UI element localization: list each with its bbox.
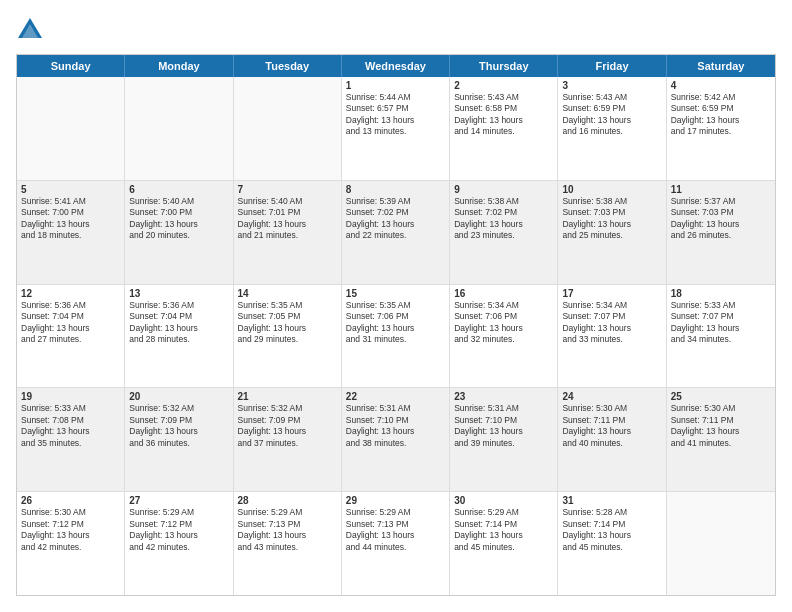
logo-icon (16, 16, 44, 44)
calendar-row-1: 5Sunrise: 5:41 AMSunset: 7:00 PMDaylight… (17, 181, 775, 285)
weekday-header-monday: Monday (125, 55, 233, 77)
day-number: 19 (21, 391, 120, 402)
calendar-cell-empty-4-6 (667, 492, 775, 595)
cell-info: Sunrise: 5:38 AMSunset: 7:02 PMDaylight:… (454, 196, 553, 242)
calendar-cell-day-19: 19Sunrise: 5:33 AMSunset: 7:08 PMDayligh… (17, 388, 125, 491)
cell-info: Sunrise: 5:42 AMSunset: 6:59 PMDaylight:… (671, 92, 771, 138)
weekday-header-tuesday: Tuesday (234, 55, 342, 77)
day-number: 7 (238, 184, 337, 195)
calendar-cell-day-8: 8Sunrise: 5:39 AMSunset: 7:02 PMDaylight… (342, 181, 450, 284)
calendar-cell-day-10: 10Sunrise: 5:38 AMSunset: 7:03 PMDayligh… (558, 181, 666, 284)
calendar-cell-day-3: 3Sunrise: 5:43 AMSunset: 6:59 PMDaylight… (558, 77, 666, 180)
cell-info: Sunrise: 5:30 AMSunset: 7:11 PMDaylight:… (671, 403, 771, 449)
cell-info: Sunrise: 5:29 AMSunset: 7:13 PMDaylight:… (238, 507, 337, 553)
calendar-header: SundayMondayTuesdayWednesdayThursdayFrid… (17, 55, 775, 77)
day-number: 10 (562, 184, 661, 195)
cell-info: Sunrise: 5:31 AMSunset: 7:10 PMDaylight:… (454, 403, 553, 449)
calendar-cell-day-24: 24Sunrise: 5:30 AMSunset: 7:11 PMDayligh… (558, 388, 666, 491)
header (16, 16, 776, 44)
calendar-cell-day-15: 15Sunrise: 5:35 AMSunset: 7:06 PMDayligh… (342, 285, 450, 388)
calendar-cell-day-22: 22Sunrise: 5:31 AMSunset: 7:10 PMDayligh… (342, 388, 450, 491)
calendar-cell-day-14: 14Sunrise: 5:35 AMSunset: 7:05 PMDayligh… (234, 285, 342, 388)
cell-info: Sunrise: 5:30 AMSunset: 7:12 PMDaylight:… (21, 507, 120, 553)
day-number: 27 (129, 495, 228, 506)
cell-info: Sunrise: 5:38 AMSunset: 7:03 PMDaylight:… (562, 196, 661, 242)
day-number: 16 (454, 288, 553, 299)
page: SundayMondayTuesdayWednesdayThursdayFrid… (0, 0, 792, 612)
day-number: 22 (346, 391, 445, 402)
calendar-row-3: 19Sunrise: 5:33 AMSunset: 7:08 PMDayligh… (17, 388, 775, 492)
cell-info: Sunrise: 5:39 AMSunset: 7:02 PMDaylight:… (346, 196, 445, 242)
cell-info: Sunrise: 5:32 AMSunset: 7:09 PMDaylight:… (238, 403, 337, 449)
cell-info: Sunrise: 5:33 AMSunset: 7:07 PMDaylight:… (671, 300, 771, 346)
calendar-cell-day-9: 9Sunrise: 5:38 AMSunset: 7:02 PMDaylight… (450, 181, 558, 284)
calendar-cell-day-11: 11Sunrise: 5:37 AMSunset: 7:03 PMDayligh… (667, 181, 775, 284)
calendar-body: 1Sunrise: 5:44 AMSunset: 6:57 PMDaylight… (17, 77, 775, 595)
calendar-cell-day-1: 1Sunrise: 5:44 AMSunset: 6:57 PMDaylight… (342, 77, 450, 180)
cell-info: Sunrise: 5:28 AMSunset: 7:14 PMDaylight:… (562, 507, 661, 553)
calendar-cell-day-4: 4Sunrise: 5:42 AMSunset: 6:59 PMDaylight… (667, 77, 775, 180)
day-number: 6 (129, 184, 228, 195)
calendar-cell-empty-0-2 (234, 77, 342, 180)
cell-info: Sunrise: 5:29 AMSunset: 7:13 PMDaylight:… (346, 507, 445, 553)
cell-info: Sunrise: 5:36 AMSunset: 7:04 PMDaylight:… (21, 300, 120, 346)
day-number: 24 (562, 391, 661, 402)
day-number: 18 (671, 288, 771, 299)
weekday-header-sunday: Sunday (17, 55, 125, 77)
calendar-cell-day-13: 13Sunrise: 5:36 AMSunset: 7:04 PMDayligh… (125, 285, 233, 388)
day-number: 1 (346, 80, 445, 91)
calendar-cell-day-31: 31Sunrise: 5:28 AMSunset: 7:14 PMDayligh… (558, 492, 666, 595)
day-number: 9 (454, 184, 553, 195)
cell-info: Sunrise: 5:33 AMSunset: 7:08 PMDaylight:… (21, 403, 120, 449)
cell-info: Sunrise: 5:34 AMSunset: 7:06 PMDaylight:… (454, 300, 553, 346)
day-number: 15 (346, 288, 445, 299)
calendar-cell-day-16: 16Sunrise: 5:34 AMSunset: 7:06 PMDayligh… (450, 285, 558, 388)
cell-info: Sunrise: 5:35 AMSunset: 7:06 PMDaylight:… (346, 300, 445, 346)
day-number: 30 (454, 495, 553, 506)
calendar-cell-day-29: 29Sunrise: 5:29 AMSunset: 7:13 PMDayligh… (342, 492, 450, 595)
day-number: 3 (562, 80, 661, 91)
cell-info: Sunrise: 5:43 AMSunset: 6:59 PMDaylight:… (562, 92, 661, 138)
calendar-row-2: 12Sunrise: 5:36 AMSunset: 7:04 PMDayligh… (17, 285, 775, 389)
day-number: 31 (562, 495, 661, 506)
calendar-cell-day-21: 21Sunrise: 5:32 AMSunset: 7:09 PMDayligh… (234, 388, 342, 491)
calendar-cell-day-12: 12Sunrise: 5:36 AMSunset: 7:04 PMDayligh… (17, 285, 125, 388)
day-number: 20 (129, 391, 228, 402)
cell-info: Sunrise: 5:37 AMSunset: 7:03 PMDaylight:… (671, 196, 771, 242)
day-number: 29 (346, 495, 445, 506)
day-number: 12 (21, 288, 120, 299)
calendar-cell-day-30: 30Sunrise: 5:29 AMSunset: 7:14 PMDayligh… (450, 492, 558, 595)
day-number: 14 (238, 288, 337, 299)
day-number: 28 (238, 495, 337, 506)
calendar-cell-day-26: 26Sunrise: 5:30 AMSunset: 7:12 PMDayligh… (17, 492, 125, 595)
day-number: 11 (671, 184, 771, 195)
cell-info: Sunrise: 5:40 AMSunset: 7:00 PMDaylight:… (129, 196, 228, 242)
cell-info: Sunrise: 5:43 AMSunset: 6:58 PMDaylight:… (454, 92, 553, 138)
calendar-cell-day-2: 2Sunrise: 5:43 AMSunset: 6:58 PMDaylight… (450, 77, 558, 180)
calendar-cell-day-5: 5Sunrise: 5:41 AMSunset: 7:00 PMDaylight… (17, 181, 125, 284)
calendar-cell-empty-0-0 (17, 77, 125, 180)
calendar-cell-day-6: 6Sunrise: 5:40 AMSunset: 7:00 PMDaylight… (125, 181, 233, 284)
day-number: 13 (129, 288, 228, 299)
logo (16, 16, 48, 44)
day-number: 17 (562, 288, 661, 299)
cell-info: Sunrise: 5:44 AMSunset: 6:57 PMDaylight:… (346, 92, 445, 138)
calendar-cell-day-25: 25Sunrise: 5:30 AMSunset: 7:11 PMDayligh… (667, 388, 775, 491)
calendar-row-0: 1Sunrise: 5:44 AMSunset: 6:57 PMDaylight… (17, 77, 775, 181)
cell-info: Sunrise: 5:35 AMSunset: 7:05 PMDaylight:… (238, 300, 337, 346)
cell-info: Sunrise: 5:30 AMSunset: 7:11 PMDaylight:… (562, 403, 661, 449)
day-number: 5 (21, 184, 120, 195)
weekday-header-saturday: Saturday (667, 55, 775, 77)
cell-info: Sunrise: 5:31 AMSunset: 7:10 PMDaylight:… (346, 403, 445, 449)
calendar-row-4: 26Sunrise: 5:30 AMSunset: 7:12 PMDayligh… (17, 492, 775, 595)
calendar-cell-day-23: 23Sunrise: 5:31 AMSunset: 7:10 PMDayligh… (450, 388, 558, 491)
calendar: SundayMondayTuesdayWednesdayThursdayFrid… (16, 54, 776, 596)
calendar-cell-empty-0-1 (125, 77, 233, 180)
day-number: 21 (238, 391, 337, 402)
day-number: 25 (671, 391, 771, 402)
cell-info: Sunrise: 5:29 AMSunset: 7:12 PMDaylight:… (129, 507, 228, 553)
calendar-cell-day-7: 7Sunrise: 5:40 AMSunset: 7:01 PMDaylight… (234, 181, 342, 284)
weekday-header-friday: Friday (558, 55, 666, 77)
calendar-cell-day-20: 20Sunrise: 5:32 AMSunset: 7:09 PMDayligh… (125, 388, 233, 491)
cell-info: Sunrise: 5:41 AMSunset: 7:00 PMDaylight:… (21, 196, 120, 242)
